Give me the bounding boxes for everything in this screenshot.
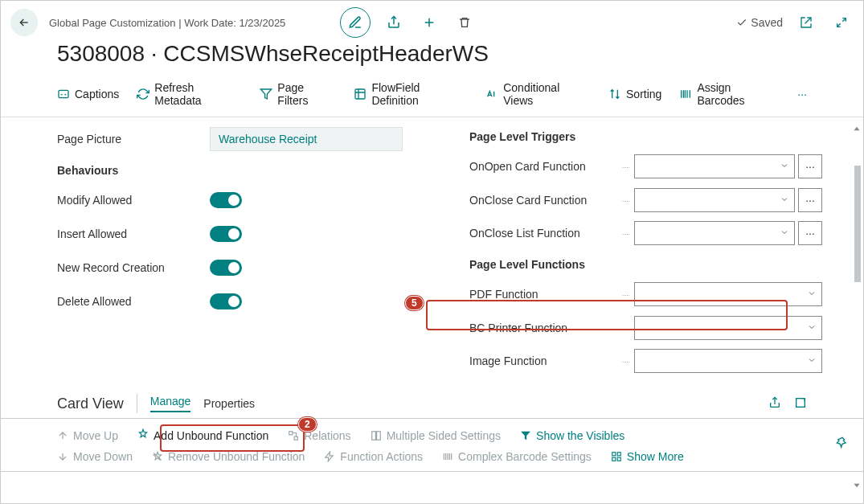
menu-assign-barcodes[interactable]: Assign Barcodes <box>679 81 780 107</box>
page-title: 5308008 · CCSMSWhseReceiptHeaderWS <box>1 38 863 75</box>
svg-rect-1 <box>355 89 365 99</box>
saved-status: Saved <box>736 16 783 29</box>
share-icon[interactable] <box>382 15 406 30</box>
functions-header: Page Level Functions <box>469 258 823 271</box>
remove-unbound-function-button[interactable]: Remove Unbound Function <box>152 450 305 463</box>
sorting-icon <box>608 88 621 100</box>
popout-icon[interactable] <box>794 16 818 29</box>
card-view-properties[interactable]: Properties <box>203 397 255 410</box>
onclose-list-label: OnClose List Function <box>469 227 617 240</box>
svg-rect-0 <box>59 90 68 97</box>
svg-rect-5 <box>371 431 375 440</box>
flowfield-icon <box>354 88 366 100</box>
delete-allowed-label: Delete Allowed <box>57 295 200 308</box>
new-record-creation-toggle[interactable] <box>210 260 242 276</box>
new-record-creation-label: New Record Creation <box>57 261 200 274</box>
pin-icon[interactable] <box>836 436 849 452</box>
chevron-down-icon <box>780 160 789 173</box>
delete-allowed-toggle[interactable] <box>210 293 242 309</box>
svg-rect-8 <box>617 453 620 456</box>
chevron-down-icon <box>807 354 817 367</box>
menu-more[interactable]: ··· <box>797 88 807 100</box>
show-more-button[interactable]: Show More <box>611 450 684 463</box>
collapse-icon[interactable] <box>829 16 854 29</box>
onclose-list-dropdown[interactable] <box>634 221 795 245</box>
card-view-share-icon[interactable] <box>768 396 781 412</box>
scroll-down-arrow[interactable] <box>851 480 862 491</box>
chevron-down-icon <box>780 194 789 207</box>
menu-sorting[interactable]: Sorting <box>608 88 661 100</box>
delete-icon[interactable] <box>452 16 477 29</box>
scroll-up-arrow[interactable] <box>851 123 862 134</box>
modify-allowed-toggle[interactable] <box>210 192 242 208</box>
card-view-title: Card View <box>57 395 124 412</box>
svg-rect-6 <box>376 431 380 440</box>
new-icon[interactable] <box>417 15 441 30</box>
image-function-dropdown[interactable] <box>634 349 822 373</box>
menu-captions[interactable]: Captions <box>57 88 119 100</box>
saved-label: Saved <box>751 16 783 29</box>
onclose-card-ellipsis[interactable]: ··· <box>798 188 822 212</box>
callout-5-badge: 5 <box>405 296 424 310</box>
show-visibles-button[interactable]: Show the Visibles <box>520 429 624 442</box>
triggers-header: Page Level Triggers <box>469 130 823 143</box>
multiple-sided-button[interactable]: Multiple Sided Settings <box>371 429 501 442</box>
breadcrumb: Global Page Customization | Work Date: 1… <box>49 17 285 29</box>
chevron-down-icon <box>807 288 817 301</box>
onclose-card-label: OnClose Card Function <box>469 194 617 207</box>
complex-barcode-button[interactable]: Complex Barcode Settings <box>442 450 592 463</box>
image-function-label: Image Function <box>469 354 617 367</box>
menu-page-filters[interactable]: Page Filters <box>260 81 336 107</box>
insert-allowed-toggle[interactable] <box>210 226 242 242</box>
onopen-card-ellipsis[interactable]: ··· <box>798 154 822 178</box>
scrollbar[interactable] <box>854 121 861 483</box>
pdf-function-label: PDF Function <box>469 288 617 301</box>
chevron-down-icon <box>780 227 789 240</box>
svg-rect-10 <box>617 457 620 461</box>
page-picture-input[interactable]: Warehouse Receipt <box>210 127 403 151</box>
menu-flowfield[interactable]: FlowField Definition <box>354 81 468 107</box>
card-view-expand-icon[interactable] <box>794 396 807 412</box>
barcode-icon <box>679 88 692 100</box>
function-actions-button[interactable]: Function Actions <box>324 450 423 463</box>
onclose-card-dropdown[interactable] <box>634 188 795 212</box>
onclose-list-ellipsis[interactable]: ··· <box>798 221 822 245</box>
menu-refresh[interactable]: Refresh Metadata <box>137 81 242 107</box>
svg-rect-7 <box>612 453 616 456</box>
svg-rect-2 <box>796 398 805 407</box>
onopen-card-label: OnOpen Card Function <box>469 160 617 173</box>
callout-2-badge: 2 <box>298 417 317 432</box>
refresh-icon <box>137 88 149 100</box>
modify-allowed-label: Modify Allowed <box>57 194 200 207</box>
conditional-icon <box>485 88 498 100</box>
edit-button[interactable] <box>340 7 371 38</box>
back-button[interactable] <box>10 9 38 36</box>
chevron-down-icon <box>807 322 817 334</box>
menu-conditional[interactable]: Conditional Views <box>485 81 591 107</box>
move-up-button[interactable]: Move Up <box>57 429 118 442</box>
svg-rect-9 <box>612 457 616 461</box>
page-picture-label: Page Picture <box>57 133 200 145</box>
insert-allowed-label: Insert Allowed <box>57 227 200 240</box>
callout-2 <box>160 424 305 452</box>
action-menu: Captions Refresh Metadata Page Filters F… <box>1 75 863 117</box>
onopen-card-dropdown[interactable] <box>634 154 795 178</box>
move-down-button[interactable]: Move Down <box>57 450 133 463</box>
captions-icon <box>57 88 70 100</box>
card-view-manage[interactable]: Manage <box>150 395 191 412</box>
callout-5 <box>426 300 788 330</box>
behaviours-header: Behaviours <box>57 164 411 177</box>
filter-icon <box>260 88 272 100</box>
